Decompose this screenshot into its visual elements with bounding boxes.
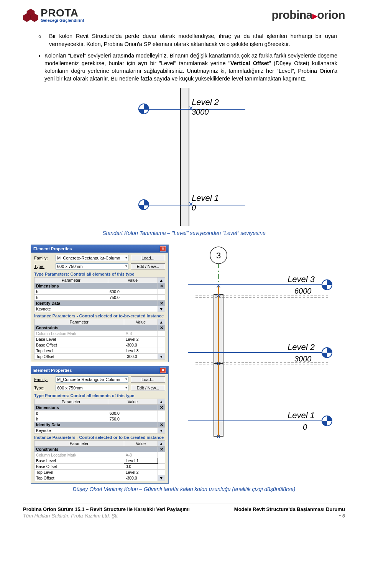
figure-standard-column: × Level 2 3000 × Level 1 0 <box>31 88 337 227</box>
type-label: Type: <box>34 264 53 269</box>
element-properties-panel: Element Properties ✕ Family: M_Concrete-… <box>31 245 169 362</box>
figure-caption: Standart Kolon Tanımlama – "Level" seviy… <box>31 230 337 236</box>
section-drawing: 3 × × × × Level 3 <box>172 245 337 441</box>
family-select[interactable]: M_Concrete-Rectangular-Column <box>56 255 128 261</box>
list-item: Kolonları "Level" seviyeleri arasında mo… <box>44 52 337 82</box>
type-label: Type: <box>34 386 53 390</box>
type-params-heading: Type Parameters: Control all elements of… <box>34 393 165 398</box>
instance-params-heading: Instance Parameters - Control selected o… <box>34 314 165 318</box>
footer-right: Modele Revit Structure'da Başlanması Dur… <box>234 506 345 512</box>
svg-text:×: × <box>216 432 221 440</box>
level-row: Level 1 0 <box>188 411 332 431</box>
element-properties-panel: Element Properties ✕ Family: M_Concrete-… <box>31 366 169 484</box>
close-icon[interactable]: ✕ <box>160 246 166 251</box>
level-label: Level 1 <box>192 193 219 203</box>
level-value: 3000 <box>294 355 312 363</box>
family-select[interactable]: M_Concrete-Rectangular-Column <box>56 376 128 383</box>
family-label: Family: <box>34 377 53 382</box>
load-button[interactable]: Load... <box>131 376 165 383</box>
bullet-list: Kolonları "Level" seviyeleri arasında mo… <box>31 52 337 82</box>
level-value: 0 <box>192 204 196 212</box>
type-params-heading: Type Parameters: Control all elements of… <box>34 272 165 276</box>
prota-tagline: Geleceği Güçlendirin! <box>41 18 84 23</box>
load-button[interactable]: Load... <box>131 255 165 261</box>
panel-titlebar: Element Properties ✕ <box>31 245 168 253</box>
list-item: Bir kolon Revit Structure'da perde duvar… <box>49 32 337 48</box>
figure-offset-column: Element Properties ✕ Family: M_Concrete-… <box>31 245 337 484</box>
level-label: Level 2 <box>288 342 315 352</box>
instance-params-table: ParameterValue▲ Constraints✕ Column Loca… <box>34 319 165 360</box>
page-number: • 6 <box>339 513 345 519</box>
edit-new-button[interactable]: Edit / New... <box>131 263 165 269</box>
level-value: 3000 <box>192 108 209 117</box>
svg-text:×: × <box>216 281 221 291</box>
arrow-icon: ▸ <box>312 10 317 21</box>
level-row: Level 3 6000 <box>188 274 332 297</box>
footer-copyright: Tüm Hakları Saklıdır. Prota Yazılım Ltd.… <box>23 513 119 519</box>
prota-logo-icon <box>23 8 38 23</box>
sub-bullet-list: Bir kolon Revit Structure'da perde duvar… <box>31 32 337 48</box>
type-select[interactable]: 600 x 750mm <box>56 263 128 269</box>
svg-text:×: × <box>216 359 221 368</box>
level-label: Level 3 <box>288 274 315 284</box>
probina-orion-logo: probina▸orion <box>272 8 345 22</box>
prota-logo: PROTA Geleceği Güçlendirin! <box>23 8 84 23</box>
prota-name: PROTA <box>41 8 84 18</box>
family-label: Family: <box>34 256 53 260</box>
level-row: Level 2 3000 <box>188 342 332 365</box>
type-params-table: ParameterValue▲ Dimensions✕ b600.0 h750.… <box>34 399 165 434</box>
type-select[interactable]: 600 x 750mm <box>56 385 128 391</box>
level-value: 0 <box>303 423 307 431</box>
type-params-table: ParameterValue▲ Dimensions✕ b600.0 h750.… <box>34 277 165 312</box>
instance-params-table: ParameterValue▲ Constraints✕ Column Loca… <box>34 440 165 481</box>
level-value: 6000 <box>294 287 312 295</box>
level-label: Level 2 <box>192 97 219 107</box>
panel-titlebar: Element Properties ✕ <box>31 366 168 374</box>
footer-left: Probina Orion Sürüm 15.1 – Revit Structu… <box>23 506 190 512</box>
figure-caption: Düşey Ofset Verilmiş Kolon – Güvenli tar… <box>31 486 337 492</box>
grid-bubble: 3 <box>216 251 221 260</box>
edit-new-button[interactable]: Edit / New... <box>131 385 165 391</box>
page-footer: Probina Orion Sürüm 15.1 – Revit Structu… <box>23 504 345 519</box>
instance-params-heading: Instance Parameters - Control selected o… <box>34 435 165 440</box>
level-label: Level 1 <box>288 411 315 420</box>
page-header: PROTA Geleceği Güçlendirin! probina▸orio… <box>23 8 345 25</box>
close-icon[interactable]: ✕ <box>160 368 166 373</box>
